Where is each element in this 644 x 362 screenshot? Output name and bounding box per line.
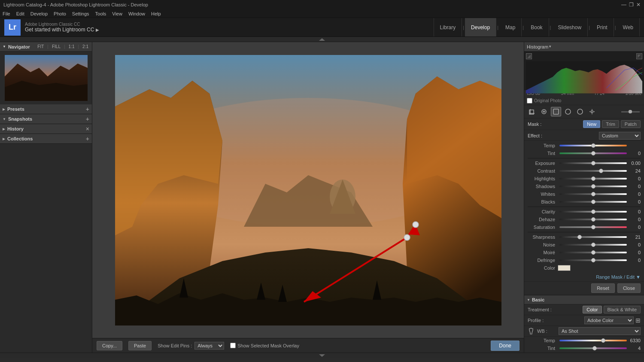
dehaze-slider[interactable] — [559, 219, 627, 220]
original-photo-checkbox[interactable] — [527, 98, 532, 103]
reset-button[interactable]: Reset — [591, 283, 615, 293]
mask-row: Mask : New Trim Patch — [524, 119, 644, 130]
radial-filter-icon[interactable] — [575, 107, 585, 116]
exposure-slider-row: Exposure 0.00 — [528, 159, 641, 167]
profile-select[interactable]: Adobe Color Adobe Landscape Adobe Portra… — [584, 316, 634, 324]
treatment-buttons: Color Black & White — [583, 306, 641, 313]
saturation-slider[interactable] — [559, 226, 627, 228]
clarity-label: Clarity — [528, 209, 558, 214]
menu-settings[interactable]: Settings — [72, 11, 89, 16]
mask-new-button[interactable]: New — [583, 120, 600, 128]
mask-patch-button[interactable]: Patch — [621, 120, 641, 128]
bottom-collapse-arrow[interactable] — [0, 353, 644, 358]
left-panel: ▼ Navigator FIT | FILL | 1:1 | 2:1 — [0, 42, 92, 353]
tint-slider[interactable] — [559, 152, 627, 154]
color-swatch[interactable] — [558, 265, 571, 271]
mask-trim-button[interactable]: Trim — [602, 120, 619, 128]
navigator-2-1[interactable]: 2:1 — [82, 44, 89, 49]
window-controls[interactable]: — ❐ ✕ — [621, 2, 641, 8]
close-button[interactable]: Close — [617, 283, 641, 293]
contrast-slider[interactable] — [559, 170, 627, 172]
nav-web[interactable]: Web — [617, 18, 640, 37]
nav-map[interactable]: Map — [499, 18, 522, 37]
snapshots-header[interactable]: ▼ Snapshots + — [0, 114, 92, 124]
basic-tint-slider[interactable] — [559, 347, 627, 349]
navigator-header[interactable]: ▼ Navigator FIT | FILL | 1:1 | 2:1 — [0, 42, 92, 52]
history-clear-icon[interactable]: × — [86, 125, 89, 132]
menu-photo[interactable]: Photo — [54, 11, 66, 16]
histogram-highlight-clipping-icon[interactable] — [636, 53, 642, 59]
navigator-1-1[interactable]: 1:1 — [68, 44, 76, 49]
effect-select[interactable]: Custom Soften Skin Brighten Teeth — [599, 132, 641, 140]
done-button[interactable]: Done — [491, 341, 519, 351]
minimize-button[interactable]: — — [621, 2, 626, 8]
histogram-header[interactable]: Histogram ▼ — [524, 42, 644, 52]
graduated-filter-icon[interactable] — [563, 107, 573, 116]
close-button[interactable]: ✕ — [636, 2, 641, 8]
header-cta[interactable]: Get started with Lightroom CC ▶ — [25, 27, 99, 33]
presets-add-icon[interactable]: + — [86, 106, 89, 113]
treatment-row: Treatment : Color Black & White — [524, 304, 644, 315]
treatment-label: Treatment : — [528, 307, 583, 312]
treatment-bw-button[interactable]: Black & White — [604, 306, 641, 313]
wb-eyedropper-icon[interactable] — [528, 328, 535, 335]
highlights-slider[interactable] — [559, 178, 627, 179]
shadows-slider[interactable] — [559, 186, 627, 187]
collections-add-icon[interactable]: + — [86, 135, 89, 142]
crop-tool-icon[interactable] — [527, 107, 537, 116]
menu-file[interactable]: File — [3, 11, 10, 16]
nav-print[interactable]: Print — [591, 18, 614, 37]
effect-row: Effect : Custom Soften Skin Brighten Tee… — [524, 130, 644, 141]
basic-title: Basic — [532, 297, 641, 302]
nav-slideshow[interactable]: Slideshow — [552, 18, 588, 37]
menu-develop[interactable]: Develop — [30, 11, 48, 16]
range-mask-link[interactable]: Range Mask / Edit ▼ — [596, 274, 641, 280]
navigator-fit[interactable]: FIT — [36, 44, 45, 49]
navigator-preview[interactable] — [5, 55, 88, 101]
noise-slider[interactable] — [559, 244, 627, 246]
moire-value: 0 — [629, 250, 641, 255]
menu-tools[interactable]: Tools — [95, 11, 106, 16]
basic-section-header[interactable]: ▼ Basic — [524, 295, 644, 304]
nav-develop[interactable]: Develop — [465, 18, 496, 37]
sharpness-slider[interactable] — [559, 236, 627, 238]
blacks-slider[interactable] — [559, 201, 627, 203]
exposure-slider[interactable] — [559, 162, 627, 164]
spot-heal-tool-icon[interactable] — [539, 107, 549, 116]
settings-icon[interactable] — [587, 107, 597, 116]
collections-header[interactable]: ▶ Collections + — [0, 134, 92, 143]
whites-slider[interactable] — [559, 193, 627, 195]
copy-button[interactable]: Copy... — [97, 341, 122, 350]
maximize-button[interactable]: ❐ — [629, 2, 634, 8]
treatment-color-button[interactable]: Color — [583, 306, 601, 313]
snapshots-add-icon[interactable]: + — [86, 116, 89, 122]
adjustment-brush-tool-icon[interactable] — [551, 107, 561, 116]
nav-book[interactable]: Book — [525, 18, 549, 37]
paste-button[interactable]: Paste — [128, 341, 152, 350]
right-panel: Histogram ▼ — [524, 42, 644, 353]
histogram-shadow-clipping-icon[interactable] — [526, 53, 532, 59]
profile-grid-icon[interactable]: ⊞ — [635, 317, 641, 324]
show-edit-pins-select[interactable]: Always Never Auto Selected — [194, 342, 224, 350]
menu-edit[interactable]: Edit — [16, 11, 24, 16]
menu-help[interactable]: Help — [151, 11, 161, 16]
temp-slider[interactable] — [559, 145, 627, 146]
history-header[interactable]: ▶ History × — [0, 124, 92, 134]
histogram-area — [524, 52, 644, 90]
svg-point-36 — [577, 109, 583, 114]
menu-view[interactable]: View — [112, 11, 122, 16]
nav-library[interactable]: Library — [434, 18, 462, 37]
menu-window[interactable]: Window — [128, 11, 145, 16]
top-collapse-arrow[interactable] — [0, 37, 644, 42]
navigator-fill[interactable]: FILL — [51, 44, 61, 49]
clarity-slider[interactable] — [559, 211, 627, 213]
wb-select[interactable]: As Shot Auto Daylight Cloudy Custom — [559, 327, 641, 335]
defringe-slider[interactable] — [559, 259, 627, 261]
basic-temp-slider[interactable] — [559, 340, 627, 341]
main-nav: Library | Develop | Map | Book | Slidesh… — [434, 18, 640, 37]
presets-header[interactable]: ▶ Presets + — [0, 104, 92, 114]
moire-slider[interactable] — [559, 252, 627, 253]
header-info: Adobe Lightroom Classic CC Get started w… — [25, 22, 99, 33]
tone-curve-slider[interactable] — [621, 111, 640, 113]
show-mask-checkbox[interactable] — [230, 343, 236, 348]
